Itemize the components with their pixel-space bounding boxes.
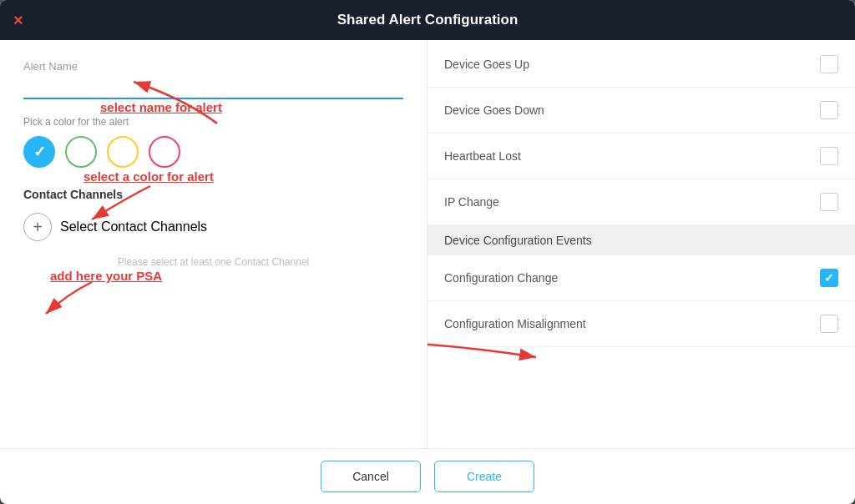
add-channel-button[interactable]: + Select Contact Channels [23,213,403,241]
contact-channels-title: Contact Channels [23,188,403,201]
right-panel: Device Goes Up Device Goes Down Heartbea… [428,40,855,448]
contact-channels-section: Contact Channels + Select Contact Channe… [23,188,403,270]
psa-annotation: add here your PSA [50,269,162,283]
cancel-button[interactable]: Cancel [321,461,421,492]
event-label-ip-change: IP Change [444,195,499,209]
alert-name-label: Alert Name [23,60,403,73]
event-device-goes-down: Device Goes Down [428,88,855,134]
alert-name-input[interactable] [23,78,403,99]
event-label-heartbeat-lost: Heartbeat Lost [444,149,521,163]
event-label-device-goes-up: Device Goes Up [444,58,529,71]
color-label: Pick a color for the alert [23,116,403,128]
color-blue[interactable]: ✓ [23,136,55,168]
color-options: ✓ [23,136,403,168]
event-label-configuration-change: Configuration Change [444,271,558,285]
color-section: Pick a color for the alert ✓ [23,116,403,168]
section-header-config-events: Device Configuration Events [428,225,855,255]
channel-hint: Please select at least one Contact Chann… [23,255,403,270]
modal-header: × Shared Alert Configuration [0,0,855,40]
checkbox-ip-change[interactable] [820,193,838,211]
psa-arrow-svg [25,274,175,324]
color-annotation: select a color for alert [83,169,214,184]
name-annotation: select name for alert [100,100,222,114]
color-yellow[interactable] [107,136,139,168]
event-label-configuration-misalignment: Configuration Misalignment [444,317,586,330]
modal-dialog: × Shared Alert Configuration Alert Name … [0,0,855,504]
checkbox-configuration-misalignment[interactable] [820,315,838,333]
color-pink[interactable] [149,136,180,168]
event-ip-change: IP Change [428,179,855,225]
event-label-device-goes-down: Device Goes Down [444,103,544,117]
event-heartbeat-lost: Heartbeat Lost [428,134,855,179]
left-panel: Alert Name Pick a color for the alert ✓ … [0,40,428,448]
event-configuration-misalignment: Configuration Misalignment [428,301,855,347]
modal-body: Alert Name Pick a color for the alert ✓ … [0,40,855,448]
checkbox-configuration-change[interactable] [820,269,838,287]
create-button[interactable]: Create [434,461,534,492]
close-button[interactable]: × [13,11,23,30]
alert-name-section: Alert Name [23,60,403,99]
add-channel-label: Select Contact Channels [60,219,207,234]
checkbox-device-goes-down[interactable] [820,101,838,119]
event-device-goes-up: Device Goes Up [428,40,855,88]
event-configuration-change: Configuration Change [428,255,855,301]
modal-footer: Cancel Create [0,448,855,504]
events-list: Device Goes Up Device Goes Down Heartbea… [428,40,855,448]
checkbox-heartbeat-lost[interactable] [820,147,838,165]
checkbox-device-goes-up[interactable] [820,55,838,73]
modal-title: Shared Alert Configuration [337,12,519,28]
plus-icon: + [23,213,52,241]
color-green[interactable] [65,136,97,168]
